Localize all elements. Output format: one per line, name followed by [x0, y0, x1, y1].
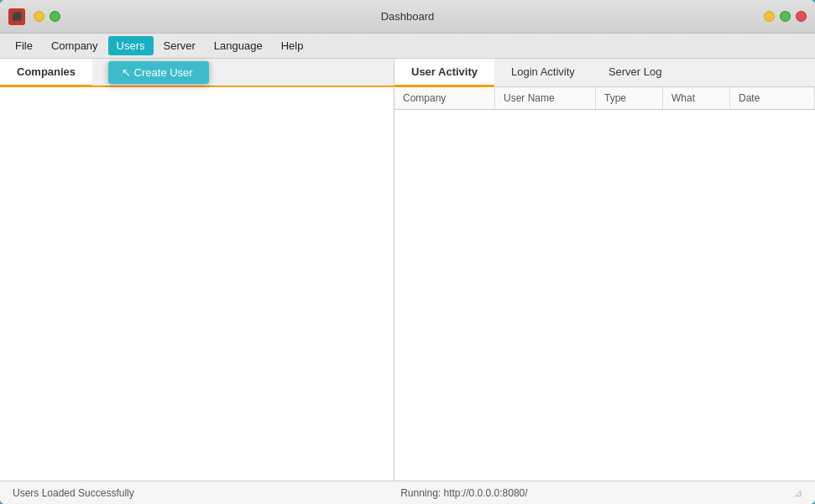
title-bar: ⬛ Dashboard: [0, 0, 815, 34]
tab-login-activity[interactable]: Login Activity: [494, 59, 592, 87]
app-icon-label: ⬛: [12, 12, 22, 21]
table-body: [394, 110, 815, 481]
traffic-light-red-right[interactable]: [796, 11, 807, 22]
title-bar-left-controls: ⬛: [8, 8, 60, 25]
dropdown-create-user[interactable]: ↖Create User: [108, 61, 209, 84]
menu-file[interactable]: File: [7, 36, 41, 55]
table-col-username: User Name: [495, 87, 596, 109]
menu-help[interactable]: Help: [273, 36, 312, 55]
menu-company-label: Company: [51, 39, 98, 52]
menu-language[interactable]: Language: [206, 36, 271, 55]
menu-users-label: Users: [117, 39, 145, 52]
traffic-light-yellow-right[interactable]: [764, 11, 775, 22]
status-right-text: Running: http://0.0.0.0:8080/: [400, 487, 527, 499]
cursor-in-dropdown: ↖: [122, 66, 131, 79]
menu-company[interactable]: Company: [43, 36, 107, 55]
tab-server-log-label: Server Log: [609, 65, 662, 78]
window-title: Dashboard: [381, 10, 435, 23]
users-dropdown-menu: ↖Create User: [108, 61, 209, 84]
right-tabs: User Activity Login Activity Server Log: [394, 59, 815, 87]
menu-server[interactable]: Server: [155, 36, 204, 55]
tab-user-activity-label: User Activity: [411, 65, 478, 78]
menu-server-label: Server: [164, 39, 196, 52]
menu-users[interactable]: Users ↖Create User: [108, 36, 154, 55]
tab-server-log[interactable]: Server Log: [592, 59, 679, 87]
app-icon: ⬛: [8, 8, 25, 25]
tab-companies-label: Companies: [17, 65, 76, 78]
tab-companies[interactable]: Companies: [0, 59, 92, 87]
table-header: Company User Name Type What Date: [394, 87, 815, 110]
menu-bar: File Company Users ↖Create User Server L…: [0, 34, 815, 59]
resize-handle-icon: ⊿: [794, 487, 802, 499]
table-col-what: What: [663, 87, 730, 109]
tab-login-activity-label: Login Activity: [511, 65, 575, 78]
title-bar-right-controls: [764, 11, 807, 22]
status-bar: Users Loaded Successfully Running: http:…: [0, 481, 815, 504]
left-panel-content: [0, 87, 394, 481]
menu-language-label: Language: [214, 39, 263, 52]
menu-file-label: File: [15, 39, 33, 52]
table-col-type: Type: [596, 87, 663, 109]
tab-user-activity[interactable]: User Activity: [394, 59, 494, 87]
create-user-label: Create User: [134, 66, 193, 79]
traffic-light-green-right[interactable]: [780, 11, 791, 22]
main-window: ⬛ Dashboard File Company Users ↖Create U…: [0, 0, 815, 504]
main-content: Companies User Activity Login Activity S…: [0, 59, 815, 481]
traffic-light-yellow-left[interactable]: [34, 11, 44, 22]
table-col-date: Date: [730, 87, 815, 109]
traffic-light-green-left[interactable]: [50, 11, 60, 22]
menu-help-label: Help: [281, 39, 304, 52]
left-panel: Companies: [0, 59, 394, 481]
status-left-text: Users Loaded Successfully: [13, 487, 134, 499]
table-col-company: Company: [394, 87, 495, 109]
right-panel: User Activity Login Activity Server Log …: [394, 59, 815, 481]
